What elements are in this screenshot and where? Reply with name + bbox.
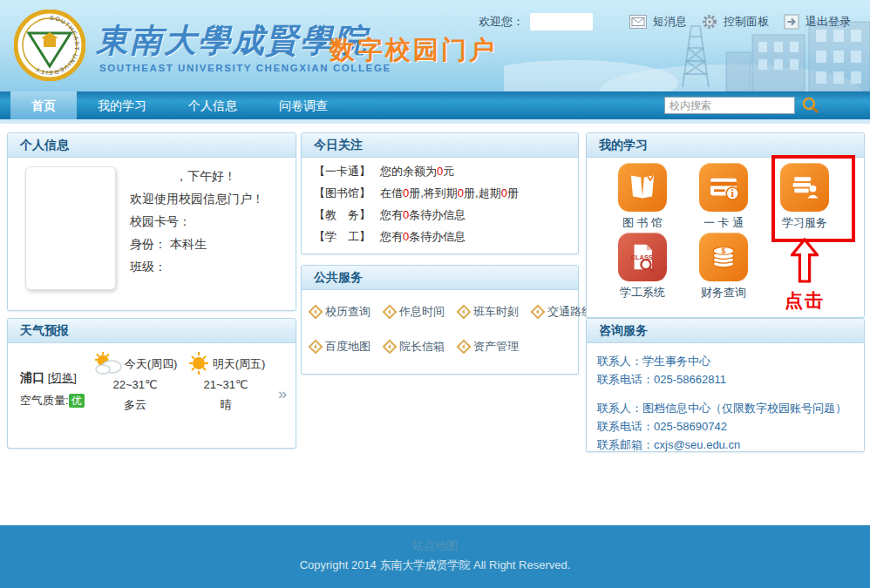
my-learning-panel: 我的学习 图 书 馆 i <box>586 132 865 318</box>
coins-icon: $ <box>699 233 748 281</box>
school-name-chinese: 東南大學成賢學院 <box>96 19 368 63</box>
weather-title: 天气预报 <box>8 319 296 343</box>
diamond-arrow-icon <box>531 305 546 320</box>
app-student-system[interactable]: CLASS 学工系统 <box>603 233 682 301</box>
diamond-arrow-icon <box>383 340 398 355</box>
air-quality-badge: 优 <box>69 394 85 408</box>
service-link-assets[interactable]: 资产管理 <box>459 339 519 355</box>
class-line: 班级： <box>130 255 264 278</box>
profile-photo-placeholder <box>25 166 116 290</box>
diamond-arrow-icon <box>309 305 323 320</box>
weather-more-chevron[interactable]: » <box>278 385 287 403</box>
contact-person-line: 联系人：图档信息中心（仅限数字校园账号问题） <box>597 399 864 417</box>
app-learning-service[interactable]: 学习服务 <box>765 163 844 231</box>
annotation-click-here: 点击 <box>765 238 844 313</box>
contact-email-line: 联系邮箱：cxjs@seu.edu.cn <box>597 436 864 454</box>
today-focus-title: 今日关注 <box>302 133 578 158</box>
today-temp: 22~31℃ <box>92 375 179 395</box>
nav-bottom-strip <box>0 119 870 124</box>
control-panel-link[interactable]: 控制面板 <box>724 14 769 30</box>
campus-search-input[interactable] <box>664 97 795 114</box>
sitemap-link[interactable]: 站点地图 <box>412 538 458 554</box>
up-arrow-icon <box>791 238 819 283</box>
service-link-schedule[interactable]: 作息时间 <box>384 304 445 320</box>
nav-tab-survey[interactable]: 问卷调查 <box>258 91 349 119</box>
public-services-title: 公共服务 <box>302 266 578 290</box>
header-toolbar: 欢迎您： 短消息 控制面板 退出登录 <box>479 13 860 30</box>
contact-person-line: 联系人：学生事务中心 <box>597 352 864 370</box>
weather-today: 今天(周四) 22~31℃ 多云 <box>92 352 179 415</box>
contact-phone-line: 联系电话：025-58662811 <box>597 370 864 389</box>
welcome-label: 欢迎您： <box>479 14 524 30</box>
svg-text:$: $ <box>722 247 726 255</box>
weather-tomorrow: 明天(周五) 21~31℃ 晴 <box>182 352 269 415</box>
nav-tab-home[interactable]: 首页 <box>10 91 77 119</box>
service-link-calendar[interactable]: 校历查询 <box>310 304 370 320</box>
nav-tab-my-learning[interactable]: 我的学习 <box>77 91 167 119</box>
weather-panel: 天气预报 浦口 [切换] 空气质量:优 今天(周四) 22~31℃ <box>7 318 296 449</box>
main-navigation: 首页 我的学习 个人信息 问卷调查 <box>0 91 870 119</box>
mail-icon <box>629 15 647 29</box>
diamond-arrow-icon <box>383 305 398 320</box>
diamond-arrow-icon <box>309 340 323 355</box>
today-item-ecard: 【一卡通】 您的余额为0元 <box>302 158 578 179</box>
welcome-line: 欢迎使用校园信息门户！ <box>130 187 264 210</box>
messages-link[interactable]: 短消息 <box>653 14 687 30</box>
consult-services-title: 咨询服务 <box>587 319 864 343</box>
service-link-shuttle[interactable]: 班车时刻 <box>459 304 519 320</box>
page-header: SOUTHEAST UNIVERSITY 東南大學成賢學院 SOUTHEAST … <box>0 0 870 91</box>
personal-info-title: 个人信息 <box>8 133 296 158</box>
contact-phone-line: 联系电话：025-58690742 <box>597 417 864 436</box>
today-item-library: 【图书馆】 在借0册,将到期0册,超期0册 <box>302 179 578 201</box>
university-seal-logo: SOUTHEAST UNIVERSITY <box>14 10 85 81</box>
portal-title: 数字校园门户 <box>330 33 497 68</box>
identity-line: 身份： 本科生 <box>130 233 264 255</box>
weather-city-line: 浦口 [切换] <box>20 366 85 389</box>
sunny-icon <box>187 352 211 375</box>
service-link-baidu-map[interactable]: 百度地图 <box>310 339 370 355</box>
diamond-arrow-icon <box>457 340 472 355</box>
nav-tab-personal-info[interactable]: 个人信息 <box>167 91 258 119</box>
tomorrow-temp: 21~31℃ <box>182 375 269 395</box>
air-quality-line: 空气质量:优 <box>20 389 85 412</box>
page-footer: 站点地图 Copyright 2014 东南大学成贤学院 All Right R… <box>0 525 870 588</box>
service-link-traffic[interactable]: 交通路线 <box>533 304 593 320</box>
class-search-icon: CLASS <box>618 233 667 281</box>
app-library[interactable]: 图 书 馆 <box>603 163 682 231</box>
today-item-student-affairs: 【学 工】 您有0条待办信息 <box>302 223 578 245</box>
personal-info-panel: 个人信息 ，下午好！ 欢迎使用校园信息门户！ 校园卡号： 身份： 本科生 班级： <box>7 132 296 311</box>
learning-service-icon <box>780 163 829 212</box>
today-focus-panel: 今日关注 【一卡通】 您的余额为0元 【图书馆】 在借0册,将到期0册,超期0册… <box>301 132 579 254</box>
gear-icon <box>702 14 717 30</box>
public-services-panel: 公共服务 校历查询 作息时间 班车时刻 交通路线 百度地图 院长信箱 资产管理 <box>301 265 579 375</box>
card-info-icon: i <box>699 163 748 212</box>
consult-services-panel: 咨询服务 联系人：学生事务中心 联系电话：025-58662811 联系人：图档… <box>586 318 865 452</box>
logout-link[interactable]: 退出登录 <box>805 14 851 30</box>
tomorrow-desc: 晴 <box>182 395 269 415</box>
username-redacted-box <box>530 13 593 30</box>
app-finance-query[interactable]: $ 财务查询 <box>684 233 763 301</box>
city-name: 浦口 <box>20 370 44 384</box>
copyright-text: Copyright 2014 东南大学成贤学院 All Right Reserv… <box>0 558 870 573</box>
partly-cloudy-icon <box>93 352 123 375</box>
logout-icon <box>784 14 799 30</box>
today-desc: 多云 <box>92 395 179 415</box>
svg-text:i: i <box>731 188 734 199</box>
personal-info-text: ，下午好！ 欢迎使用校园信息门户！ 校园卡号： 身份： 本科生 班级： <box>130 165 264 278</box>
city-switch-link[interactable]: [切换] <box>48 371 77 384</box>
my-learning-title: 我的学习 <box>587 133 864 158</box>
library-books-icon <box>618 163 667 212</box>
service-link-dean-mailbox[interactable]: 院长信箱 <box>384 339 445 355</box>
card-number-line: 校园卡号： <box>130 210 264 233</box>
greeting-line: ，下午好！ <box>130 165 264 187</box>
today-item-academic: 【教 务】 您有0条待办信息 <box>302 201 578 223</box>
search-icon[interactable] <box>802 97 819 114</box>
app-ecard[interactable]: i 一 卡 通 <box>684 163 763 231</box>
diamond-arrow-icon <box>457 305 472 320</box>
